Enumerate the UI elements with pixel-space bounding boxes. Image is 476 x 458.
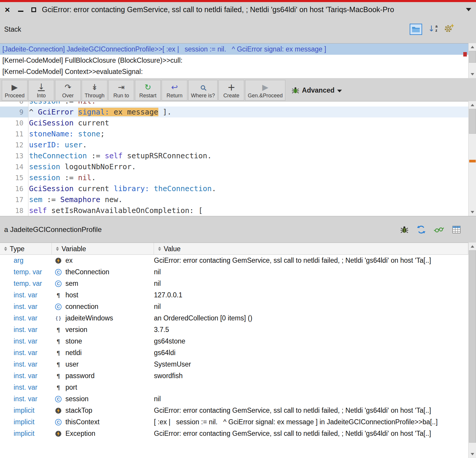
column-label: Variable bbox=[62, 245, 86, 253]
variable-row[interactable]: inst. var¶netldigs64ldi bbox=[0, 347, 468, 359]
run-to-button[interactable]: ⇥Run to bbox=[108, 80, 134, 101]
scroll-up-icon[interactable] bbox=[469, 43, 476, 51]
code-editor[interactable]: 8 session := nil.9 ^ GciError signal: ex… bbox=[0, 101, 468, 216]
var-value: nil bbox=[154, 395, 468, 403]
variable-row[interactable]: implicitstackTopGciError: error contacti… bbox=[0, 405, 468, 416]
step-through-icon: ↡ bbox=[91, 83, 98, 92]
inspector-title: a JadeiteGCIConnectionProfile bbox=[4, 225, 102, 234]
line-number: 14 bbox=[0, 161, 28, 172]
editor-line-13[interactable]: 13 theConnection := self setupRSRConnect… bbox=[0, 150, 468, 161]
gen-proceed-button[interactable]: ▶Gen.&Proceed bbox=[245, 80, 285, 101]
into-button[interactable]: ↓Into bbox=[28, 80, 54, 101]
stack-frame[interactable]: [Kernel-CodeModel] FullBlockClosure (Blo… bbox=[0, 55, 468, 66]
table-scrollbar[interactable] bbox=[468, 243, 476, 458]
advanced-menu[interactable]: Advanced bbox=[292, 80, 342, 101]
variable-row[interactable]: temp. varCsemnil bbox=[0, 278, 468, 289]
toolbar-button-label: Restart bbox=[139, 93, 156, 98]
line-number: 10 bbox=[0, 117, 28, 128]
line-number: 11 bbox=[0, 128, 28, 139]
code-segment: signal: bbox=[78, 108, 114, 116]
editor-line-17[interactable]: 17 sem := Semaphore new. bbox=[0, 194, 468, 205]
line-number: 9 bbox=[0, 107, 28, 117]
column-header-variable[interactable]: Variable bbox=[52, 243, 154, 255]
scroll-down-icon[interactable] bbox=[469, 208, 476, 216]
scrollbar-thumb[interactable] bbox=[469, 250, 476, 443]
var-cell: Csession bbox=[52, 395, 154, 403]
variable-row[interactable]: inst. var¶host127.0.0.1 bbox=[0, 289, 468, 301]
class-icon: C bbox=[54, 280, 62, 287]
scrollbar-thumb[interactable] bbox=[469, 109, 476, 134]
folder-view-icon[interactable] bbox=[410, 24, 422, 35]
code-segment: sem bbox=[29, 195, 42, 204]
scroll-up-icon[interactable] bbox=[469, 101, 476, 109]
inspect-glasses-icon[interactable] bbox=[434, 226, 444, 233]
code-segment: nil. bbox=[78, 101, 96, 105]
stack-frame[interactable]: [Kernel-CodeModel] Context>>evaluateSign… bbox=[0, 66, 468, 77]
return-button[interactable]: ↩Return bbox=[162, 80, 187, 101]
editor-line-11[interactable]: 11 stoneName: stone; bbox=[0, 128, 468, 139]
create-button[interactable]: +Create bbox=[218, 80, 244, 101]
restart-button[interactable]: ↻Restart bbox=[135, 80, 161, 101]
variable-row[interactable]: inst. varCconnectionnil bbox=[0, 301, 468, 312]
code-text: GciSession current library: theConnectio… bbox=[28, 183, 216, 194]
editor-line-9[interactable]: 9 ^ GciError signal: ex message ]. bbox=[0, 107, 468, 117]
window-menu-caret-icon[interactable] bbox=[466, 8, 471, 11]
return-icon: ↩ bbox=[171, 83, 178, 92]
toolbar-button-label: Through bbox=[85, 93, 104, 98]
variable-row[interactable]: inst. var¶passwordswordfish bbox=[0, 370, 468, 382]
var-type: inst. var bbox=[0, 372, 52, 380]
column-header-type[interactable]: Type bbox=[0, 243, 52, 255]
variable-row[interactable]: inst. var¶version3.7.5 bbox=[0, 324, 468, 336]
var-name: ex bbox=[65, 257, 73, 265]
code-segment: current bbox=[74, 184, 114, 193]
over-button[interactable]: ↷Over bbox=[55, 80, 81, 101]
editor-line-15[interactable]: 15 session := nil. bbox=[0, 172, 468, 183]
table-header: TypeVariableValue bbox=[0, 243, 468, 255]
variable-row[interactable]: inst. varCsessionnil bbox=[0, 393, 468, 405]
debug-bug-icon[interactable] bbox=[400, 225, 409, 234]
editor-scrollbar[interactable] bbox=[468, 101, 476, 216]
refresh-icon[interactable] bbox=[417, 225, 426, 234]
run-to-icon: ⇥ bbox=[118, 83, 125, 92]
scroll-down-icon[interactable] bbox=[469, 70, 476, 78]
through-button[interactable]: ↡Through bbox=[82, 80, 107, 101]
stack-frame[interactable]: [Jadeite-Connection] JadeiteGCIConnectio… bbox=[0, 43, 468, 55]
var-cell: ¶host bbox=[52, 291, 154, 299]
editor-line-12[interactable]: 12 userID: user. bbox=[0, 139, 468, 150]
sort-az-icon[interactable]: ↓ az bbox=[428, 24, 438, 33]
close-icon[interactable]: × bbox=[5, 5, 10, 14]
settings-gear-icon[interactable] bbox=[443, 23, 454, 34]
variable-row[interactable]: inst. var¶port bbox=[0, 382, 468, 393]
var-name: theConnection bbox=[65, 268, 109, 276]
variable-row[interactable]: inst. var¶stonegs64stone bbox=[0, 336, 468, 347]
editor-line-10[interactable]: 10 GciSession current bbox=[0, 117, 468, 128]
where-is-button[interactable]: Where is? bbox=[188, 80, 218, 101]
variable-row[interactable]: inst. var{ }jadeiteWindowsan OrderedColl… bbox=[0, 312, 468, 324]
proceed-button[interactable]: ▶Proceed bbox=[2, 80, 28, 101]
code-segment: ; bbox=[100, 130, 105, 138]
variable-row[interactable]: temp. varCtheConnectionnil bbox=[0, 266, 468, 278]
pilcrow-icon: ¶ bbox=[54, 384, 62, 391]
minimize-icon[interactable] bbox=[18, 11, 23, 12]
column-header-value[interactable]: Value bbox=[154, 243, 468, 255]
variable-row[interactable]: implicitExceptionGciError: error contact… bbox=[0, 428, 468, 439]
editor-line-8[interactable]: 8 session := nil. bbox=[0, 101, 468, 107]
var-name: connection bbox=[65, 303, 98, 311]
editor-line-18[interactable]: 18 self setIsRowanAvailableOnCompletion:… bbox=[0, 205, 468, 216]
stack-scrollbar[interactable] bbox=[468, 43, 476, 78]
variable-row[interactable]: argexGciError: error contacting GemServi… bbox=[0, 255, 468, 266]
editor-line-14[interactable]: 14 session logoutNbNoError. bbox=[0, 161, 468, 172]
var-value: [ :ex | session := nil. ^ GciError signa… bbox=[154, 418, 468, 426]
scroll-down-icon[interactable] bbox=[469, 450, 476, 458]
scrollbar-thumb[interactable] bbox=[469, 51, 476, 63]
code-segment: self bbox=[105, 151, 123, 160]
create-plus-icon: + bbox=[227, 83, 235, 92]
table-view-icon[interactable] bbox=[452, 226, 461, 233]
var-name: jadeiteWindows bbox=[65, 314, 113, 322]
editor-line-16[interactable]: 16 GciSession current library: theConnec… bbox=[0, 183, 468, 194]
maximize-icon[interactable] bbox=[31, 7, 36, 12]
variable-row[interactable]: inst. var¶userSystemUser bbox=[0, 359, 468, 370]
scroll-up-icon[interactable] bbox=[469, 243, 476, 250]
variable-row[interactable]: implicitCthisContext[ :ex | session := n… bbox=[0, 416, 468, 428]
code-segment: setIsRowanAvailableOnCompletion: [ bbox=[47, 206, 203, 215]
